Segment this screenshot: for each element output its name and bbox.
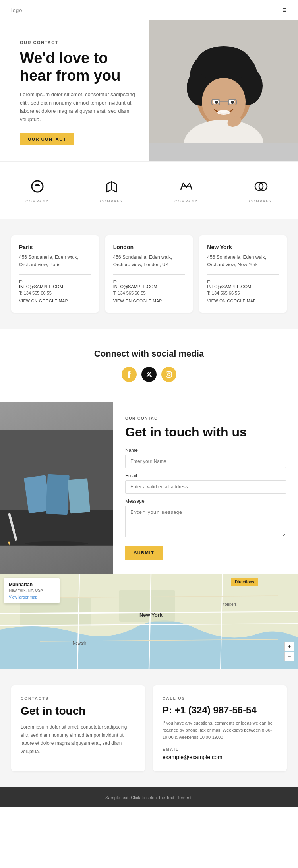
contact-form-content: OUR CONTACT Get in touch with us Name Em… [113, 402, 298, 574]
call-description: If you have any questions, comments or i… [163, 720, 277, 741]
hero-description: Lorem ipsum dolor sit amet, consetetur s… [20, 91, 138, 124]
contacts-description: Lorem ipsum dolor sit amet, consetetur s… [21, 723, 135, 756]
svg-point-9 [217, 110, 230, 115]
offices-section: Paris 456 Sondanella, Eden walk, Orchard… [0, 219, 298, 329]
company-name-3: COMPANY [174, 199, 198, 203]
office-address-paris: 456 Sondanella, Eden walk, Orchard view,… [19, 254, 91, 269]
office-city-newyork: New York [207, 244, 279, 250]
svg-point-26 [170, 372, 171, 373]
call-us-card: CALL US P: +1 (324) 987-56-54 If you hav… [153, 685, 287, 771]
office-phone-paris: T: 134 565 66 55 [19, 291, 91, 295]
form-photo [0, 402, 113, 574]
email-label: E: [113, 279, 117, 284]
hamburger-menu-icon[interactable]: ≡ [282, 6, 287, 15]
office-city-paris: Paris [19, 244, 91, 250]
social-icons-group [11, 367, 287, 382]
office-map-link-newyork[interactable]: VIEW ON GOOGLE MAP [207, 299, 256, 303]
logos-section: COMPANY COMPANY COMPANY COMPANY [0, 161, 298, 219]
office-divider-paris [19, 274, 91, 275]
svg-rect-32 [68, 478, 90, 513]
company-logo-4 [252, 178, 269, 197]
svg-text:Newark: Newark [73, 641, 87, 645]
form-title: Get in touch with us [125, 424, 286, 440]
hero-image [149, 20, 298, 161]
logo-item-3: COMPANY [149, 174, 224, 207]
office-card-london: London 456 Sondanella, Eden walk, Orchar… [105, 235, 193, 313]
office-map-link-london[interactable]: VIEW ON GOOGLE MAP [113, 299, 162, 303]
email-input[interactable] [125, 480, 286, 494]
company-logo-2 [103, 178, 120, 197]
office-city-london: London [113, 244, 185, 250]
hero-content: OUR CONTACT We'd love to hear from you L… [0, 20, 149, 161]
message-field-group: Message [125, 498, 286, 539]
company-name-1: COMPANY [25, 199, 49, 203]
company-name-4: COMPANY [249, 199, 273, 203]
office-divider-london [113, 274, 185, 275]
facebook-icon[interactable] [122, 367, 137, 382]
footer-text: Sample text. Click to select the Text El… [105, 795, 193, 800]
svg-rect-31 [46, 474, 70, 515]
map-panel-address: New York, NY, USA [9, 588, 55, 593]
footer: Sample text. Click to select the Text El… [0, 787, 298, 807]
svg-point-35 [25, 541, 88, 546]
email-section-label: EMAIL [163, 747, 277, 752]
office-card-paris: Paris 456 Sondanella, Eden walk, Orchard… [11, 235, 99, 313]
hero-title: We'd love to hear from you [20, 50, 138, 84]
company-name-2: COMPANY [100, 199, 124, 203]
name-field-group: Name [125, 448, 286, 468]
contact-form-section: OUR CONTACT Get in touch with us Name Em… [0, 402, 298, 574]
svg-rect-24 [166, 372, 172, 377]
svg-text:New York: New York [139, 612, 163, 618]
logo: logo [11, 7, 23, 13]
svg-point-13 [231, 101, 234, 104]
x-twitter-icon[interactable] [141, 367, 157, 382]
svg-text:Yonkers: Yonkers [223, 602, 237, 606]
phone-number: P: +1 (324) 987-56-54 [163, 705, 277, 716]
map-zoom-in[interactable]: + [284, 642, 294, 651]
message-input[interactable] [125, 506, 286, 537]
svg-rect-29 [0, 510, 113, 546]
form-eyebrow: OUR CONTACT [125, 416, 286, 420]
map-info-panel: Manhattan New York, NY, USA View larger … [4, 578, 60, 603]
office-divider-newyork [207, 274, 279, 275]
name-input[interactable] [125, 455, 286, 468]
logo-item-4: COMPANY [224, 174, 298, 207]
social-section: Connect with social media [0, 329, 298, 402]
hero-section: OUR CONTACT We'd love to hear from you L… [0, 20, 298, 161]
logo-item-1: COMPANY [0, 174, 75, 207]
company-logo-3 [178, 178, 195, 197]
map-zoom-out[interactable]: − [284, 652, 294, 661]
submit-button[interactable]: SUBMIT [125, 546, 163, 560]
svg-point-12 [215, 101, 218, 104]
hero-photo [149, 20, 298, 143]
email-address: example@example.com [163, 754, 277, 760]
hero-eyebrow: OUR CONTACT [20, 40, 138, 45]
hero-cta-button[interactable]: OUR CONTACT [20, 133, 74, 145]
email-label: E: [19, 279, 23, 284]
office-email-paris: E: INFO@SAMPLE.COM [19, 279, 91, 289]
name-label: Name [125, 448, 286, 453]
map-directions-button[interactable]: Directions [231, 578, 258, 586]
email-value-newyork: INFO@SAMPLE.COM [207, 284, 251, 289]
bottom-contact-card: CONTACTS Get in touch Lorem ipsum dolor … [11, 685, 145, 771]
header: logo ≡ [0, 0, 298, 20]
instagram-icon[interactable] [161, 367, 176, 382]
contacts-eyebrow: CONTACTS [21, 696, 135, 701]
email-field-group: Email [125, 473, 286, 494]
office-phone-newyork: T: 134 565 66 55 [207, 291, 279, 295]
office-phone-london: T: 134 565 66 55 [113, 291, 185, 295]
map-section: New York Newark Yonkers Manhattan New Yo… [0, 574, 298, 669]
bottom-contact-section: CONTACTS Get in touch Lorem ipsum dolor … [0, 669, 298, 787]
email-value-paris: INFO@SAMPLE.COM [19, 284, 63, 289]
contact-form-image [0, 402, 113, 574]
map-zoom-controls: + − [284, 642, 294, 661]
office-email-london: E: INFO@SAMPLE.COM [113, 279, 185, 289]
callus-eyebrow: CALL US [163, 696, 277, 701]
social-title: Connect with social media [11, 349, 287, 359]
office-card-newyork: New York 456 Sondanella, Eden walk, Orch… [199, 235, 287, 313]
office-email-newyork: E: INFO@SAMPLE.COM [207, 279, 279, 289]
map-view-larger[interactable]: View larger map [9, 595, 37, 599]
email-label: Email [125, 473, 286, 479]
office-map-link-paris[interactable]: VIEW ON GOOGLE MAP [19, 299, 68, 303]
svg-point-7 [196, 46, 252, 82]
